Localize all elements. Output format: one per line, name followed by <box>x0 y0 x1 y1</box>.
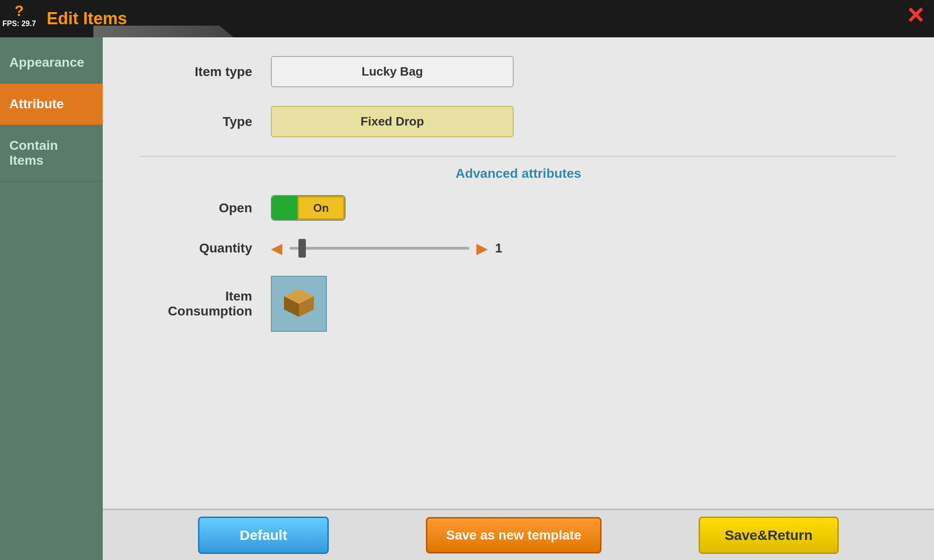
content-area: Item type Lucky Bag Type Fixed Drop Adva… <box>103 37 934 560</box>
main-container: Appearance Attribute Contain Items Item … <box>0 37 934 560</box>
fps-badge: ? FPS: 29.7 <box>2 2 36 28</box>
open-label: Open <box>140 201 271 216</box>
sidebar-item-attribute[interactable]: Attribute <box>0 84 103 125</box>
default-button[interactable]: Default <box>198 517 329 554</box>
item-type-row: Item type Lucky Bag <box>140 56 897 87</box>
item-type-value[interactable]: Lucky Bag <box>271 56 514 87</box>
footer: Default Save as new template Save&Return <box>103 509 934 560</box>
toggle-green-part <box>272 196 297 220</box>
type-control: Fixed Drop <box>271 106 514 137</box>
type-label: Type <box>140 114 271 129</box>
type-row: Type Fixed Drop <box>140 106 897 137</box>
page-title: Edit Items <box>47 9 127 28</box>
header-bar: ? FPS: 29.7 Edit Items ✕ <box>0 0 934 37</box>
close-button[interactable]: ✕ <box>906 5 925 27</box>
type-value[interactable]: Fixed Drop <box>271 106 514 137</box>
open-row: Open On <box>140 195 897 221</box>
save-return-button[interactable]: Save&Return <box>699 517 839 554</box>
quantity-value: 1 <box>495 241 514 256</box>
slider-row: ◀ ▶ 1 <box>271 239 514 257</box>
slider-thumb[interactable] <box>298 239 306 258</box>
open-toggle[interactable]: On <box>271 195 346 221</box>
advanced-attributes-header: Advanced attributes <box>140 156 897 181</box>
open-toggle-control: On <box>271 195 514 221</box>
slider-left-arrow[interactable]: ◀ <box>271 239 283 257</box>
fps-text: FPS: 29.7 <box>2 20 36 28</box>
item-consumption-row: Item Consumption <box>140 276 897 332</box>
question-icon: ? <box>14 2 24 20</box>
item-consumption-control <box>271 276 514 332</box>
item-type-control: Lucky Bag <box>271 56 514 87</box>
item-consumption-label: Item Consumption <box>140 289 271 319</box>
item-type-label: Item type <box>140 64 271 79</box>
slider-right-arrow[interactable]: ▶ <box>476 239 488 257</box>
item-consumption-box[interactable] <box>271 276 327 332</box>
save-template-button[interactable]: Save as new template <box>426 517 601 553</box>
sidebar-item-appearance[interactable]: Appearance <box>0 42 103 84</box>
sidebar: Appearance Attribute Contain Items <box>0 37 103 560</box>
quantity-control: ◀ ▶ 1 <box>271 239 514 257</box>
toggle-on-label: On <box>297 196 345 220</box>
slider-track[interactable] <box>290 247 469 250</box>
quantity-label: Quantity <box>140 241 271 256</box>
content-body: Item type Lucky Bag Type Fixed Drop Adva… <box>103 37 934 509</box>
cube-icon <box>280 285 318 322</box>
sidebar-item-contain-items[interactable]: Contain Items <box>0 125 103 182</box>
quantity-row: Quantity ◀ ▶ 1 <box>140 239 897 257</box>
header-strip <box>93 26 234 37</box>
